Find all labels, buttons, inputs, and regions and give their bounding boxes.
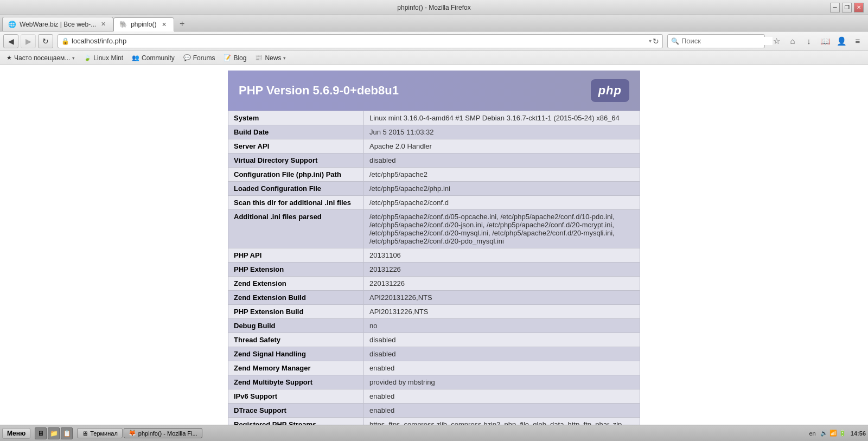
- minimize-button[interactable]: ─: [830, 3, 840, 12]
- url-refresh-icon[interactable]: ↻: [653, 37, 659, 46]
- url-input[interactable]: [72, 37, 647, 45]
- table-row: Scan this dir for additional .ini files/…: [228, 196, 640, 210]
- profile-icon[interactable]: 👤: [834, 34, 848, 48]
- menu-icon[interactable]: ≡: [851, 34, 865, 48]
- refresh-button[interactable]: ↻: [38, 34, 53, 48]
- table-row: DTrace Supportenabled: [228, 404, 640, 418]
- taskbar-files-icon[interactable]: 📁: [48, 427, 60, 439]
- taskbar: Меню 🖥 📁 📋 🖥 Терминал 🦊 phpinfo() - Mozi…: [0, 425, 868, 441]
- row-value: https, ftps, compress.zlib, compress.bzi…: [364, 418, 640, 425]
- table-row: Server APIApache 2.0 Handler: [228, 139, 640, 154]
- row-key: Zend Extension: [228, 277, 364, 291]
- close-button[interactable]: ✕: [854, 3, 864, 12]
- lock-icon: 🔒: [61, 37, 69, 45]
- taskbar-extra-icon[interactable]: 📋: [61, 427, 73, 439]
- back-button[interactable]: ◀: [3, 34, 18, 48]
- navbar: ◀ ▶ ↻ 🔒 ▾ ↻ 🔍 ☆ ⌂ ↓ 📖 👤 ≡: [0, 31, 868, 51]
- tabbar: 🌐 WebWare.biz | Все web-... ✕ 🐘 phpinfo(…: [0, 15, 868, 31]
- table-row: Zend Extension220131226: [228, 277, 640, 291]
- tab-phpinfo[interactable]: 🐘 phpinfo() ✕: [113, 17, 174, 31]
- bookmark-blog[interactable]: 📝 Blog: [221, 53, 248, 63]
- tab-label: phpinfo(): [131, 21, 156, 28]
- row-value: disabled: [364, 347, 640, 361]
- dropdown-arrow-icon: ▾: [72, 55, 75, 61]
- row-key: Debug Build: [228, 319, 364, 333]
- row-value: API220131226,NTS: [364, 291, 640, 305]
- row-value: /etc/php5/apache2: [364, 168, 640, 182]
- row-key: PHP API: [228, 248, 364, 263]
- php-header: PHP Version 5.6.9-0+deb8u1 php: [228, 71, 640, 111]
- titlebar: phpinfo() - Mozilla Firefox ─ ❐ ✕: [0, 0, 868, 15]
- url-dropdown-icon[interactable]: ▾: [649, 38, 652, 44]
- table-row: Zend Multibyte Supportprovided by mbstri…: [228, 375, 640, 389]
- php-logo-text: php: [598, 84, 622, 98]
- tab-webware[interactable]: 🌐 WebWare.biz | Все web-... ✕: [2, 17, 113, 31]
- table-row: SystemLinux mint 3.16.0-4-amd64 #1 SMP D…: [228, 111, 640, 125]
- taskbar-show-desktop[interactable]: 🖥: [35, 427, 47, 439]
- news-dropdown-arrow-icon: ▾: [283, 55, 286, 61]
- bookmark-news[interactable]: 📰 News ▾: [253, 53, 288, 63]
- table-row: Loaded Configuration File/etc/php5/apach…: [228, 182, 640, 196]
- row-key: Registered PHP Streams: [228, 418, 364, 425]
- row-value: enabled: [364, 361, 640, 375]
- bookmark-community[interactable]: 👥 Community: [130, 53, 177, 63]
- row-key: Zend Memory Manager: [228, 361, 364, 375]
- row-value: 220131226: [364, 277, 640, 291]
- new-tab-button[interactable]: +: [176, 18, 188, 30]
- row-key: Zend Multibyte Support: [228, 375, 364, 389]
- forward-button[interactable]: ▶: [21, 34, 36, 48]
- mint-icon: 🍃: [84, 54, 91, 61]
- window-title: phpinfo() - Mozilla Firefox: [397, 4, 470, 11]
- home-icon[interactable]: ⌂: [786, 34, 800, 48]
- download-icon[interactable]: ↓: [802, 34, 816, 48]
- row-value: enabled: [364, 389, 640, 404]
- bookmark-label: Forums: [193, 54, 215, 62]
- row-value: disabled: [364, 154, 640, 168]
- row-value: 20131106: [364, 248, 640, 263]
- row-key: PHP Extension Build: [228, 305, 364, 319]
- taskbar-terminal[interactable]: 🖥 Терминал: [77, 428, 123, 438]
- row-key: Scan this dir for additional .ini files: [228, 196, 364, 210]
- start-button[interactable]: Меню: [2, 428, 30, 439]
- table-row: PHP API20131106: [228, 248, 640, 263]
- table-row: Additional .ini files parsed/etc/php5/ap…: [228, 210, 640, 248]
- row-key: System: [228, 111, 364, 125]
- row-value: /etc/php5/apache2/conf.d: [364, 196, 640, 210]
- taskbar-items: 🖥 Терминал 🦊 phpinfo() - Mozilla Fi...: [77, 428, 807, 438]
- table-row: Configuration File (php.ini) Path/etc/ph…: [228, 168, 640, 182]
- row-key: Server API: [228, 139, 364, 154]
- tab-label: WebWare.biz | Все web-...: [20, 21, 96, 28]
- table-row: Thread Safetydisabled: [228, 333, 640, 347]
- php-version-title: PHP Version 5.6.9-0+deb8u1: [239, 84, 399, 98]
- bookmark-frequently-visited[interactable]: ★ Часто посещаем... ▾: [4, 53, 77, 63]
- row-value: /etc/php5/apache2/conf.d/05-opcache.ini,…: [364, 210, 640, 248]
- firefox-icon: 🦊: [129, 430, 136, 437]
- url-bar-container: 🔒 ▾ ↻: [58, 34, 663, 48]
- table-row: Registered PHP Streamshttps, ftps, compr…: [228, 418, 640, 425]
- row-key: Zend Extension Build: [228, 291, 364, 305]
- pocketbook-icon[interactable]: 📖: [818, 34, 832, 48]
- search-input[interactable]: [681, 37, 773, 45]
- row-value: API20131226,NTS: [364, 305, 640, 319]
- row-key: Configuration File (php.ini) Path: [228, 168, 364, 182]
- row-key: Additional .ini files parsed: [228, 210, 364, 248]
- phpinfo-table: SystemLinux mint 3.16.0-4-amd64 #1 SMP D…: [228, 111, 640, 425]
- row-key: Build Date: [228, 125, 364, 139]
- bookmark-linux-mint[interactable]: 🍃 Linux Mint: [81, 53, 125, 63]
- restore-button[interactable]: ❐: [842, 3, 852, 12]
- tab-close-button[interactable]: ✕: [99, 20, 107, 28]
- bookmark-label: Часто посещаем...: [14, 54, 70, 62]
- table-row: Zend Signal Handlingdisabled: [228, 347, 640, 361]
- row-value: enabled: [364, 404, 640, 418]
- table-row: PHP Extension20131226: [228, 263, 640, 277]
- row-value: disabled: [364, 333, 640, 347]
- tab-favicon: 🌐: [8, 21, 16, 28]
- tab-close-button[interactable]: ✕: [160, 21, 168, 29]
- taskbar-firefox[interactable]: 🦊 phpinfo() - Mozilla Fi...: [124, 428, 202, 438]
- bookmark-star-icon[interactable]: ☆: [769, 34, 783, 48]
- bookmark-forums[interactable]: 💬 Forums: [181, 53, 218, 63]
- bookmarks-bar: ★ Часто посещаем... ▾ 🍃 Linux Mint 👥 Com…: [0, 51, 868, 65]
- search-icon: 🔍: [671, 37, 679, 45]
- bookmark-label: Linux Mint: [93, 54, 123, 62]
- bookmark-label: News: [265, 54, 281, 62]
